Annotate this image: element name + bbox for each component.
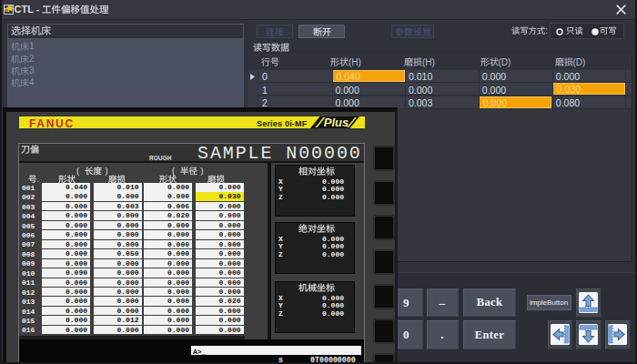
svg-text:Plus: Plus <box>324 116 349 128</box>
